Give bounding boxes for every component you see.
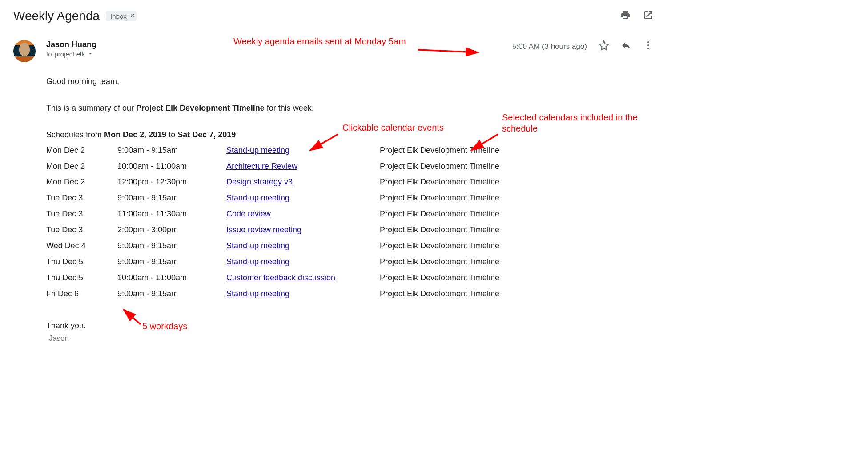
- schedule-event: Customer feedback discussion: [226, 270, 380, 286]
- schedule-date: Mon Dec 2: [46, 174, 117, 190]
- sched-from: Mon Dec 2, 2019: [104, 130, 166, 139]
- table-row: Fri Dec 69:00am - 9:15amStand-up meeting…: [46, 286, 499, 302]
- schedule-date: Fri Dec 6: [46, 286, 117, 302]
- event-link[interactable]: Stand-up meeting: [226, 257, 289, 266]
- schedule-time: 12:00pm - 12:30pm: [117, 174, 226, 190]
- schedule-event: Issue review meeting: [226, 222, 380, 238]
- event-link[interactable]: Stand-up meeting: [226, 193, 289, 202]
- email-subject: Weekly Agenda: [13, 9, 100, 23]
- schedule-calendar: Project Elk Development Timeline: [380, 174, 499, 190]
- intro-post: for this week.: [265, 104, 314, 112]
- schedule-event: Stand-up meeting: [226, 143, 380, 159]
- table-row: Tue Dec 32:00pm - 3:00pmIssue review mee…: [46, 222, 499, 238]
- greeting: Good morning team,: [46, 76, 654, 88]
- table-row: Tue Dec 311:00am - 11:30amCode reviewPro…: [46, 206, 499, 222]
- schedule-event: Code review: [226, 206, 380, 222]
- sched-pre: Schedules from: [46, 130, 104, 139]
- schedule-time: 2:00pm - 3:00pm: [117, 222, 226, 238]
- schedule-date: Tue Dec 3: [46, 206, 117, 222]
- schedule-time: 10:00am - 11:00am: [117, 270, 226, 286]
- table-row: Mon Dec 29:00am - 9:15amStand-up meeting…: [46, 143, 499, 159]
- schedule-calendar: Project Elk Development Timeline: [380, 286, 499, 302]
- schedule-date: Thu Dec 5: [46, 254, 117, 270]
- avatar[interactable]: [13, 40, 36, 62]
- inbox-chip[interactable]: Inbox ×: [106, 11, 137, 21]
- schedule-calendar: Project Elk Development Timeline: [380, 143, 499, 159]
- table-row: Thu Dec 59:00am - 9:15amStand-up meeting…: [46, 254, 499, 270]
- signature: -Jason: [46, 333, 654, 344]
- schedule-date: Mon Dec 2: [46, 159, 117, 175]
- schedule-calendar: Project Elk Development Timeline: [380, 238, 499, 254]
- event-link[interactable]: Architecture Review: [226, 162, 297, 171]
- table-row: Mon Dec 210:00am - 11:00amArchitecture R…: [46, 159, 499, 175]
- schedule-time: 9:00am - 9:15am: [117, 143, 226, 159]
- schedule-time: 9:00am - 9:15am: [117, 238, 226, 254]
- event-link[interactable]: Stand-up meeting: [226, 146, 289, 155]
- header-actions: [620, 10, 654, 22]
- schedule-calendar: Project Elk Development Timeline: [380, 190, 499, 206]
- event-link[interactable]: Stand-up meeting: [226, 241, 289, 250]
- event-link[interactable]: Design strategy v3: [226, 177, 293, 186]
- schedule-date: Wed Dec 4: [46, 238, 117, 254]
- schedule-calendar: Project Elk Development Timeline: [380, 159, 499, 175]
- schedule-event: Design strategy v3: [226, 174, 380, 190]
- open-new-window-icon[interactable]: [643, 10, 654, 22]
- schedule-time: 9:00am - 9:15am: [117, 190, 226, 206]
- event-link[interactable]: Code review: [226, 209, 271, 218]
- schedule-date: Thu Dec 5: [46, 270, 117, 286]
- schedule-time: 11:00am - 11:30am: [117, 206, 226, 222]
- email-meta: 5:00 AM (3 hours ago): [512, 40, 654, 53]
- schedule-date: Tue Dec 3: [46, 190, 117, 206]
- recipients[interactable]: to project.elk: [46, 50, 512, 58]
- sched-mid: to: [166, 130, 177, 139]
- dropdown-icon[interactable]: [88, 50, 93, 58]
- to-address: project.elk: [55, 50, 85, 58]
- svg-point-1: [647, 44, 649, 46]
- sched-to: Sat Dec 7, 2019: [177, 130, 236, 139]
- more-icon[interactable]: [643, 40, 654, 53]
- schedule-date: Tue Dec 3: [46, 222, 117, 238]
- sender-row: Jason Huang to project.elk 5:00 AM (3 ho…: [13, 40, 654, 62]
- schedule-calendar: Project Elk Development Timeline: [380, 270, 499, 286]
- schedule-event: Architecture Review: [226, 159, 380, 175]
- schedule-event: Stand-up meeting: [226, 238, 380, 254]
- svg-point-0: [647, 41, 649, 43]
- schedule-time: 9:00am - 9:15am: [117, 286, 226, 302]
- sender-block: Jason Huang to project.elk: [46, 40, 512, 58]
- intro-line: This is a summary of our Project Elk Dev…: [46, 102, 654, 115]
- schedule-header: Schedules from Mon Dec 2, 2019 to Sat De…: [46, 129, 654, 141]
- schedule-event: Stand-up meeting: [226, 254, 380, 270]
- svg-point-2: [647, 48, 649, 49]
- schedule-time: 10:00am - 11:00am: [117, 159, 226, 175]
- email-header: Weekly Agenda Inbox ×: [13, 0, 654, 23]
- schedule-time: 9:00am - 9:15am: [117, 254, 226, 270]
- schedule-date: Mon Dec 2: [46, 143, 117, 159]
- event-link[interactable]: Customer feedback discussion: [226, 273, 335, 282]
- schedule-calendar: Project Elk Development Timeline: [380, 206, 499, 222]
- schedule-calendar: Project Elk Development Timeline: [380, 254, 499, 270]
- email-body: Good morning team, This is a summary of …: [46, 76, 654, 345]
- print-icon[interactable]: [620, 10, 631, 22]
- intro-bold: Project Elk Development Timeline: [136, 104, 265, 112]
- timestamp: 5:00 AM (3 hours ago): [512, 42, 587, 51]
- table-row: Wed Dec 49:00am - 9:15amStand-up meeting…: [46, 238, 499, 254]
- inbox-chip-label: Inbox: [110, 12, 127, 20]
- star-icon[interactable]: [599, 40, 609, 53]
- table-row: Mon Dec 212:00pm - 12:30pmDesign strateg…: [46, 174, 499, 190]
- schedule-event: Stand-up meeting: [226, 190, 380, 206]
- event-link[interactable]: Stand-up meeting: [226, 289, 289, 298]
- schedule-event: Stand-up meeting: [226, 286, 380, 302]
- table-row: Tue Dec 39:00am - 9:15amStand-up meeting…: [46, 190, 499, 206]
- reply-icon[interactable]: [621, 40, 631, 53]
- schedule-calendar: Project Elk Development Timeline: [380, 222, 499, 238]
- to-prefix: to: [46, 50, 52, 58]
- thanks: Thank you.: [46, 320, 654, 332]
- event-link[interactable]: Issue review meeting: [226, 225, 301, 234]
- intro-pre: This is a summary of our: [46, 104, 136, 112]
- table-row: Thu Dec 510:00am - 11:00amCustomer feedb…: [46, 270, 499, 286]
- schedule-table: Mon Dec 29:00am - 9:15amStand-up meeting…: [46, 143, 499, 302]
- close-icon[interactable]: ×: [130, 12, 135, 20]
- sender-name[interactable]: Jason Huang: [46, 40, 512, 49]
